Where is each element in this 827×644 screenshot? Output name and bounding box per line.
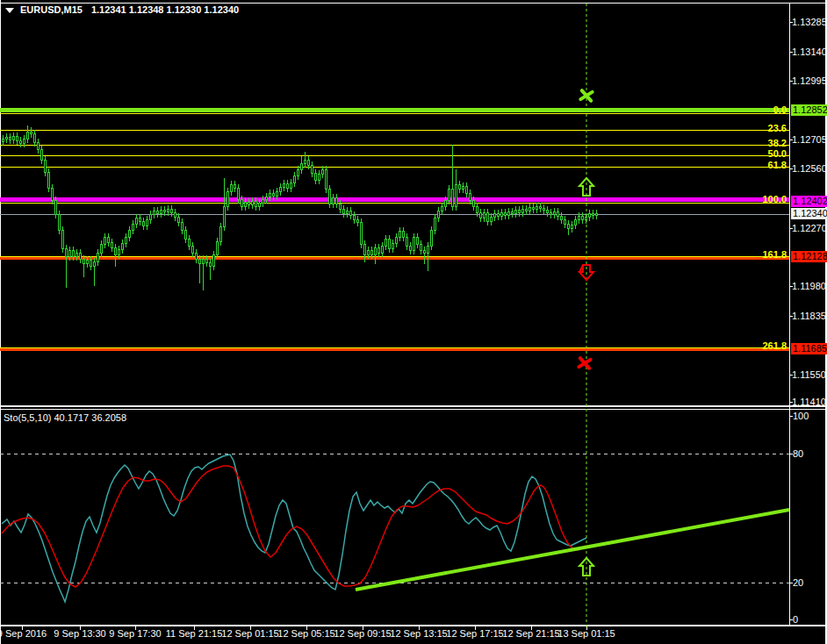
- price-axis-label: 1.12560: [792, 163, 826, 175]
- candle: [300, 163, 303, 170]
- candle: [581, 216, 584, 220]
- candle: [184, 230, 187, 240]
- panel-separator[interactable]: [0, 405, 827, 407]
- candle: [26, 132, 29, 140]
- candle: [550, 212, 552, 215]
- candle: [451, 189, 454, 207]
- candle: [135, 218, 138, 225]
- candle: [255, 201, 257, 207]
- candle: [392, 243, 394, 249]
- candle: [202, 259, 205, 264]
- time-axis-tick: [135, 626, 136, 630]
- price-tag: 1.12402: [791, 196, 827, 207]
- candle: [2, 139, 4, 142]
- candle: [170, 209, 173, 213]
- stochastic-level-line: [0, 454, 789, 454]
- candle: [198, 259, 201, 264]
- price-tag: 1.12852: [791, 104, 827, 116]
- current-price-line: [0, 214, 789, 215]
- stochastic-axis-label: 80: [793, 448, 824, 460]
- candle: [571, 225, 573, 229]
- candle: [142, 221, 145, 226]
- price-axis-label: 1.12705: [792, 134, 826, 146]
- price-axis-label: 1.11835: [792, 311, 826, 322]
- time-axis-tick: [475, 626, 476, 630]
- candle: [543, 208, 545, 211]
- candle: [241, 199, 243, 207]
- candle: [93, 261, 96, 267]
- candle: [181, 222, 183, 231]
- candle: [111, 242, 113, 248]
- candle: [521, 209, 524, 213]
- candle: [146, 219, 148, 226]
- candle: [125, 237, 127, 244]
- candle: [374, 247, 377, 255]
- candle: [61, 230, 64, 249]
- price-tag: 1.11685: [791, 343, 827, 354]
- candle: [346, 211, 349, 214]
- candle: [9, 137, 11, 140]
- fib-label-38.2: 38.2: [650, 138, 787, 148]
- candle: [132, 224, 134, 231]
- candle: [546, 210, 549, 213]
- candle: [353, 215, 356, 220]
- candle: [44, 160, 47, 173]
- candle: [304, 160, 306, 164]
- candle: [195, 253, 198, 260]
- candle: [12, 136, 15, 140]
- candle: [448, 189, 450, 201]
- candle: [107, 237, 110, 243]
- candle: [283, 183, 285, 188]
- candle: [462, 186, 464, 190]
- candle: [318, 174, 320, 181]
- candle: [402, 231, 405, 238]
- candle: [248, 202, 250, 205]
- candle: [86, 260, 89, 264]
- price-axis-border[interactable]: [789, 3, 790, 626]
- candle: [511, 211, 514, 214]
- candle: [209, 262, 212, 267]
- fib-label-261.8: 261.8: [650, 340, 787, 351]
- candle: [188, 239, 191, 247]
- candle: [90, 260, 92, 267]
- time-axis-tick: [531, 626, 532, 630]
- candle: [19, 140, 22, 144]
- candle: [335, 197, 338, 204]
- candle: [486, 212, 489, 222]
- candle: [153, 211, 155, 215]
- candle: [114, 247, 117, 255]
- candle: [177, 217, 180, 223]
- candle: [276, 191, 278, 197]
- price-axis-label: 1.11980: [792, 281, 826, 292]
- candle: [399, 231, 401, 238]
- candle: [500, 212, 503, 217]
- candle: [54, 200, 57, 215]
- candle: [244, 202, 247, 207]
- candle: [265, 197, 268, 200]
- candle: [219, 226, 222, 242]
- candle: [314, 173, 317, 181]
- candle: [325, 169, 327, 190]
- candle: [72, 250, 75, 257]
- candle: [163, 210, 166, 212]
- price-axis-label: 1.12995: [792, 75, 826, 87]
- candle: [472, 200, 475, 207]
- main-price-panel[interactable]: 0.023.638.250.061.8100.0161.8261.81.1328…: [0, 0, 827, 644]
- candle: [504, 212, 507, 216]
- fib-label-0.0: 0.0: [650, 104, 787, 115]
- candle: [212, 254, 215, 267]
- price-tag: 1.12128: [791, 251, 827, 262]
- fib-label-23.6: 23.6: [650, 123, 787, 133]
- candle: [585, 217, 587, 220]
- candle: [230, 184, 233, 192]
- candle: [339, 204, 342, 210]
- candle: [33, 133, 36, 143]
- candle: [262, 199, 264, 204]
- candle: [321, 169, 324, 175]
- stochastic-level-line: [0, 583, 789, 583]
- time-axis-border[interactable]: [0, 625, 827, 626]
- candle: [51, 188, 54, 201]
- candle: [258, 203, 261, 207]
- candle: [40, 149, 43, 161]
- candle: [237, 188, 240, 200]
